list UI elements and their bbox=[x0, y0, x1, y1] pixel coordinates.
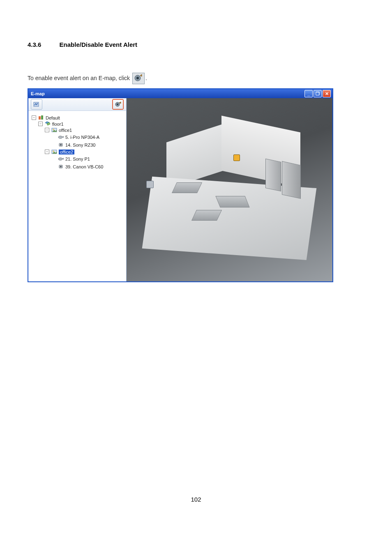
collapse-icon[interactable]: − bbox=[32, 115, 36, 120]
tree-node-office1[interactable]: − office1 bbox=[45, 127, 72, 133]
svg-point-11 bbox=[60, 144, 62, 146]
left-toolbar bbox=[28, 98, 126, 111]
collapse-icon[interactable]: − bbox=[45, 128, 49, 132]
close-button[interactable]: ✕ bbox=[323, 90, 331, 97]
svg-point-9 bbox=[58, 136, 62, 138]
tree-node-camera[interactable]: 39. Canon VB-C60 bbox=[51, 164, 103, 169]
section-number: 4.3.6 bbox=[28, 41, 41, 48]
event-alert-button[interactable] bbox=[112, 99, 124, 110]
tree-label-selected: office2 bbox=[59, 150, 74, 154]
maximize-button[interactable]: ❐ bbox=[314, 90, 322, 97]
floor-icon bbox=[45, 121, 51, 127]
map-image-icon bbox=[51, 149, 58, 154]
tree-label: 14. Sony RZ30 bbox=[65, 143, 95, 147]
ptz-camera-icon bbox=[58, 135, 64, 140]
svg-point-4 bbox=[117, 104, 118, 105]
tree-label: floor1 bbox=[52, 122, 64, 127]
svg-point-1 bbox=[136, 77, 139, 79]
ptz-camera-icon bbox=[58, 157, 64, 162]
collapse-icon[interactable]: − bbox=[38, 122, 43, 126]
tree-label: 21. Sony P1 bbox=[65, 157, 90, 161]
svg-rect-6 bbox=[41, 115, 43, 120]
tree-node-camera[interactable]: 21. Sony P1 bbox=[51, 157, 90, 162]
event-alert-icon bbox=[132, 73, 145, 84]
tree-node-office2[interactable]: − office2 bbox=[45, 149, 74, 154]
fixed-camera-icon bbox=[58, 164, 64, 169]
map-tree[interactable]: − Default − bbox=[28, 111, 126, 281]
window-title: E-map bbox=[30, 91, 304, 96]
tree-node-camera[interactable]: 5. i-Pro NP304-A bbox=[51, 135, 99, 140]
minimize-button[interactable]: _ bbox=[304, 90, 313, 97]
room-render bbox=[131, 119, 328, 257]
svg-point-8 bbox=[53, 129, 54, 130]
tree-node-camera[interactable]: 14. Sony RZ30 bbox=[51, 142, 95, 147]
camera-marker[interactable] bbox=[146, 181, 154, 188]
tree-label: office1 bbox=[59, 128, 72, 133]
camera-marker[interactable] bbox=[233, 154, 240, 161]
tree-label: Default bbox=[46, 115, 60, 120]
map-viewport[interactable] bbox=[127, 98, 332, 281]
tree-label: 5. i-Pro NP304-A bbox=[65, 135, 99, 140]
collapse-icon[interactable]: − bbox=[45, 150, 49, 154]
page-number: 102 bbox=[28, 496, 364, 503]
tree-label: 39. Canon VB-C60 bbox=[65, 164, 103, 169]
edit-map-button[interactable] bbox=[31, 99, 42, 110]
titlebar: E-map _ ❐ ✕ bbox=[28, 89, 332, 98]
tree-node-floor1[interactable]: − floor1 bbox=[38, 121, 64, 127]
fixed-camera-icon bbox=[58, 142, 64, 147]
tree-node-default[interactable]: − Default bbox=[32, 115, 60, 120]
svg-rect-5 bbox=[39, 116, 41, 120]
emap-window: E-map _ ❐ ✕ bbox=[28, 88, 333, 282]
map-image-icon bbox=[51, 127, 58, 133]
intro-paragraph: To enable event alert on an E-map, click… bbox=[28, 73, 364, 84]
left-panel: − Default − bbox=[28, 98, 127, 281]
svg-point-14 bbox=[58, 158, 62, 160]
map-set-icon bbox=[38, 115, 44, 120]
svg-point-13 bbox=[53, 151, 54, 152]
para-prefix: To enable event alert on an E-map, click bbox=[28, 75, 131, 81]
section-title: Enable/Disable Event Alert bbox=[60, 41, 138, 48]
svg-point-16 bbox=[60, 166, 62, 168]
section-heading: 4.3.6 Enable/Disable Event Alert bbox=[28, 41, 364, 48]
para-suffix: . bbox=[145, 75, 147, 81]
